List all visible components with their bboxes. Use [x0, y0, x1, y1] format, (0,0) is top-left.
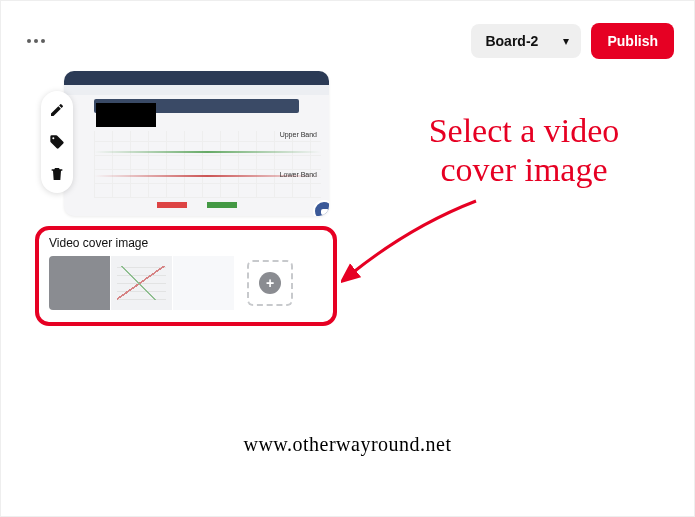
cover-thumb-2[interactable]: [111, 256, 173, 310]
annotation-text: Select a video cover image: [414, 111, 634, 189]
video-cover-section: Video cover image +: [35, 226, 337, 326]
annotation-arrow: [341, 196, 481, 286]
tag-icon: [49, 134, 65, 150]
plus-icon: +: [259, 272, 281, 294]
cover-thumbnails: +: [49, 256, 323, 310]
preview-upper-label: Upper Band: [280, 131, 317, 138]
edit-button[interactable]: [48, 101, 66, 119]
preview-lower-label: Lower Band: [280, 171, 317, 178]
topbar-right: Board-2 Publish: [471, 23, 674, 59]
trash-icon: [49, 166, 65, 182]
tag-button[interactable]: [48, 133, 66, 151]
board-select[interactable]: Board-2: [471, 24, 581, 58]
publish-button[interactable]: Publish: [591, 23, 674, 59]
board-select-wrap: Board-2: [471, 24, 581, 58]
preview-footer-stats: [70, 202, 323, 212]
chat-icon[interactable]: [313, 200, 329, 216]
add-cover-button[interactable]: +: [247, 260, 293, 306]
delete-button[interactable]: [48, 165, 66, 183]
cover-thumb-1[interactable]: [49, 256, 111, 310]
preview-urlbar: [64, 85, 329, 95]
page-container: Board-2 Publish Upper Band Lower Band: [0, 0, 695, 517]
preview-logo-block: [96, 103, 156, 127]
preview-browser-chrome: [64, 71, 329, 85]
video-cover-label: Video cover image: [49, 236, 323, 250]
side-toolbar: [41, 91, 73, 193]
video-preview[interactable]: Upper Band Lower Band: [64, 71, 329, 216]
topbar: Board-2 Publish: [21, 21, 674, 61]
preview-chart: [94, 131, 321, 198]
cover-thumb-3[interactable]: [173, 256, 235, 310]
editor-area: Upper Band Lower Band: [46, 71, 331, 216]
watermark: www.otherwayround.net: [243, 433, 451, 456]
more-options-button[interactable]: [21, 33, 51, 49]
pencil-icon: [49, 102, 65, 118]
